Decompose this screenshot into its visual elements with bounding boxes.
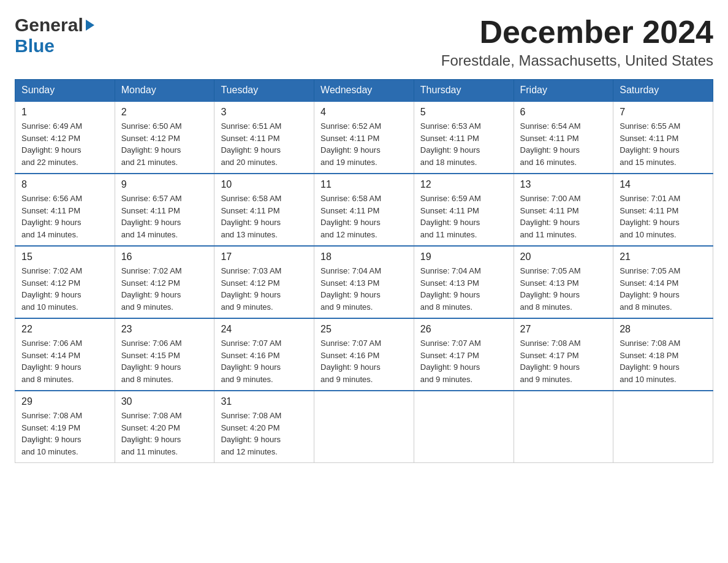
calendar-cell (314, 391, 414, 463)
day-header-tuesday: Tuesday (214, 80, 314, 102)
day-info: Sunrise: 7:08 AM Sunset: 4:20 PM Dayligh… (221, 410, 308, 458)
calendar-cell: 14 Sunrise: 7:01 AM Sunset: 4:11 PM Dayl… (613, 174, 713, 246)
day-number: 22 (21, 324, 108, 335)
calendar-cell: 8 Sunrise: 6:56 AM Sunset: 4:11 PM Dayli… (15, 174, 115, 246)
day-number: 13 (520, 179, 607, 190)
calendar-cell: 9 Sunrise: 6:57 AM Sunset: 4:11 PM Dayli… (115, 174, 214, 246)
day-header-monday: Monday (115, 80, 214, 102)
week-row-1: 1 Sunrise: 6:49 AM Sunset: 4:12 PM Dayli… (15, 101, 713, 174)
week-row-5: 29 Sunrise: 7:08 AM Sunset: 4:19 PM Dayl… (15, 391, 713, 463)
day-info: Sunrise: 7:03 AM Sunset: 4:12 PM Dayligh… (221, 265, 308, 313)
day-number: 15 (21, 251, 108, 262)
day-info: Sunrise: 7:01 AM Sunset: 4:11 PM Dayligh… (620, 193, 707, 240)
day-info: Sunrise: 7:04 AM Sunset: 4:13 PM Dayligh… (420, 265, 507, 313)
days-header-row: SundayMondayTuesdayWednesdayThursdayFrid… (15, 80, 713, 102)
week-row-3: 15 Sunrise: 7:02 AM Sunset: 4:12 PM Dayl… (15, 246, 713, 318)
calendar-cell: 11 Sunrise: 6:58 AM Sunset: 4:11 PM Dayl… (314, 174, 414, 246)
day-number: 5 (420, 107, 507, 118)
calendar-cell: 19 Sunrise: 7:04 AM Sunset: 4:13 PM Dayl… (414, 246, 514, 318)
calendar-cell: 10 Sunrise: 6:58 AM Sunset: 4:11 PM Dayl… (214, 174, 314, 246)
day-number: 24 (221, 324, 308, 335)
day-header-thursday: Thursday (414, 80, 514, 102)
day-number: 18 (320, 251, 408, 262)
day-info: Sunrise: 6:53 AM Sunset: 4:11 PM Dayligh… (420, 120, 507, 168)
calendar-cell: 2 Sunrise: 6:50 AM Sunset: 4:12 PM Dayli… (115, 101, 214, 174)
day-number: 21 (620, 251, 707, 262)
day-info: Sunrise: 7:06 AM Sunset: 4:14 PM Dayligh… (21, 337, 108, 385)
calendar-cell: 12 Sunrise: 6:59 AM Sunset: 4:11 PM Dayl… (414, 174, 514, 246)
page-subtitle: Forestdale, Massachusetts, United States (441, 52, 713, 69)
day-number: 30 (121, 396, 208, 407)
day-info: Sunrise: 7:07 AM Sunset: 4:17 PM Dayligh… (420, 337, 507, 385)
day-info: Sunrise: 6:59 AM Sunset: 4:11 PM Dayligh… (420, 193, 507, 240)
day-info: Sunrise: 7:02 AM Sunset: 4:12 PM Dayligh… (121, 265, 208, 313)
day-number: 11 (320, 179, 408, 190)
calendar-cell: 31 Sunrise: 7:08 AM Sunset: 4:20 PM Dayl… (214, 391, 314, 463)
calendar-cell: 29 Sunrise: 7:08 AM Sunset: 4:19 PM Dayl… (15, 391, 115, 463)
day-info: Sunrise: 7:00 AM Sunset: 4:11 PM Dayligh… (520, 193, 607, 240)
day-number: 1 (21, 107, 108, 118)
day-header-saturday: Saturday (613, 80, 713, 102)
day-number: 12 (420, 179, 507, 190)
calendar-cell: 26 Sunrise: 7:07 AM Sunset: 4:17 PM Dayl… (414, 318, 514, 391)
title-block: December 2024 Forestdale, Massachusetts,… (441, 15, 713, 69)
calendar-cell: 7 Sunrise: 6:55 AM Sunset: 4:11 PM Dayli… (613, 101, 713, 174)
calendar-cell: 28 Sunrise: 7:08 AM Sunset: 4:18 PM Dayl… (613, 318, 713, 391)
day-number: 23 (121, 324, 208, 335)
day-info: Sunrise: 6:58 AM Sunset: 4:11 PM Dayligh… (320, 193, 408, 240)
calendar-cell (414, 391, 514, 463)
day-info: Sunrise: 6:49 AM Sunset: 4:12 PM Dayligh… (21, 120, 108, 168)
day-number: 6 (520, 107, 607, 118)
day-info: Sunrise: 6:55 AM Sunset: 4:11 PM Dayligh… (620, 120, 707, 168)
day-info: Sunrise: 7:08 AM Sunset: 4:18 PM Dayligh… (620, 337, 707, 385)
logo-arrow-icon (86, 20, 94, 31)
calendar-cell: 23 Sunrise: 7:06 AM Sunset: 4:15 PM Dayl… (115, 318, 214, 391)
week-row-2: 8 Sunrise: 6:56 AM Sunset: 4:11 PM Dayli… (15, 174, 713, 246)
day-number: 28 (620, 324, 707, 335)
day-info: Sunrise: 7:07 AM Sunset: 4:16 PM Dayligh… (221, 337, 308, 385)
calendar-cell: 15 Sunrise: 7:02 AM Sunset: 4:12 PM Dayl… (15, 246, 115, 318)
day-info: Sunrise: 6:58 AM Sunset: 4:11 PM Dayligh… (221, 193, 308, 240)
day-number: 8 (21, 179, 108, 190)
day-number: 20 (520, 251, 607, 262)
calendar-cell: 27 Sunrise: 7:08 AM Sunset: 4:17 PM Dayl… (514, 318, 613, 391)
day-info: Sunrise: 7:08 AM Sunset: 4:20 PM Dayligh… (121, 410, 208, 458)
day-info: Sunrise: 7:02 AM Sunset: 4:12 PM Dayligh… (21, 265, 108, 313)
calendar-cell: 17 Sunrise: 7:03 AM Sunset: 4:12 PM Dayl… (214, 246, 314, 318)
calendar-cell: 22 Sunrise: 7:06 AM Sunset: 4:14 PM Dayl… (15, 318, 115, 391)
day-info: Sunrise: 7:04 AM Sunset: 4:13 PM Dayligh… (320, 265, 408, 313)
calendar-cell: 1 Sunrise: 6:49 AM Sunset: 4:12 PM Dayli… (15, 101, 115, 174)
day-number: 26 (420, 324, 507, 335)
calendar-cell: 21 Sunrise: 7:05 AM Sunset: 4:14 PM Dayl… (613, 246, 713, 318)
calendar-cell: 6 Sunrise: 6:54 AM Sunset: 4:11 PM Dayli… (514, 101, 613, 174)
day-number: 3 (221, 107, 308, 118)
calendar-body: 1 Sunrise: 6:49 AM Sunset: 4:12 PM Dayli… (15, 101, 713, 463)
day-info: Sunrise: 7:05 AM Sunset: 4:14 PM Dayligh… (620, 265, 707, 313)
day-header-sunday: Sunday (15, 80, 115, 102)
day-info: Sunrise: 7:07 AM Sunset: 4:16 PM Dayligh… (320, 337, 408, 385)
day-info: Sunrise: 7:08 AM Sunset: 4:17 PM Dayligh… (520, 337, 607, 385)
week-row-4: 22 Sunrise: 7:06 AM Sunset: 4:14 PM Dayl… (15, 318, 713, 391)
logo-blue-row: Blue (15, 36, 55, 56)
day-header-wednesday: Wednesday (314, 80, 414, 102)
day-number: 16 (121, 251, 208, 262)
calendar-cell: 30 Sunrise: 7:08 AM Sunset: 4:20 PM Dayl… (115, 391, 214, 463)
calendar-cell: 3 Sunrise: 6:51 AM Sunset: 4:11 PM Dayli… (214, 101, 314, 174)
calendar-cell: 18 Sunrise: 7:04 AM Sunset: 4:13 PM Dayl… (314, 246, 414, 318)
calendar-cell (514, 391, 613, 463)
logo-blue-text: Blue (15, 36, 55, 56)
page-title: December 2024 (441, 15, 713, 50)
logo-general-text: General (15, 15, 83, 36)
day-header-friday: Friday (514, 80, 613, 102)
day-number: 14 (620, 179, 707, 190)
calendar-cell: 13 Sunrise: 7:00 AM Sunset: 4:11 PM Dayl… (514, 174, 613, 246)
day-number: 10 (221, 179, 308, 190)
calendar-cell: 5 Sunrise: 6:53 AM Sunset: 4:11 PM Dayli… (414, 101, 514, 174)
calendar-cell: 24 Sunrise: 7:07 AM Sunset: 4:16 PM Dayl… (214, 318, 314, 391)
day-info: Sunrise: 7:05 AM Sunset: 4:13 PM Dayligh… (520, 265, 607, 313)
day-number: 29 (21, 396, 108, 407)
day-number: 4 (320, 107, 408, 118)
day-info: Sunrise: 7:06 AM Sunset: 4:15 PM Dayligh… (121, 337, 208, 385)
calendar-cell: 25 Sunrise: 7:07 AM Sunset: 4:16 PM Dayl… (314, 318, 414, 391)
day-number: 9 (121, 179, 208, 190)
